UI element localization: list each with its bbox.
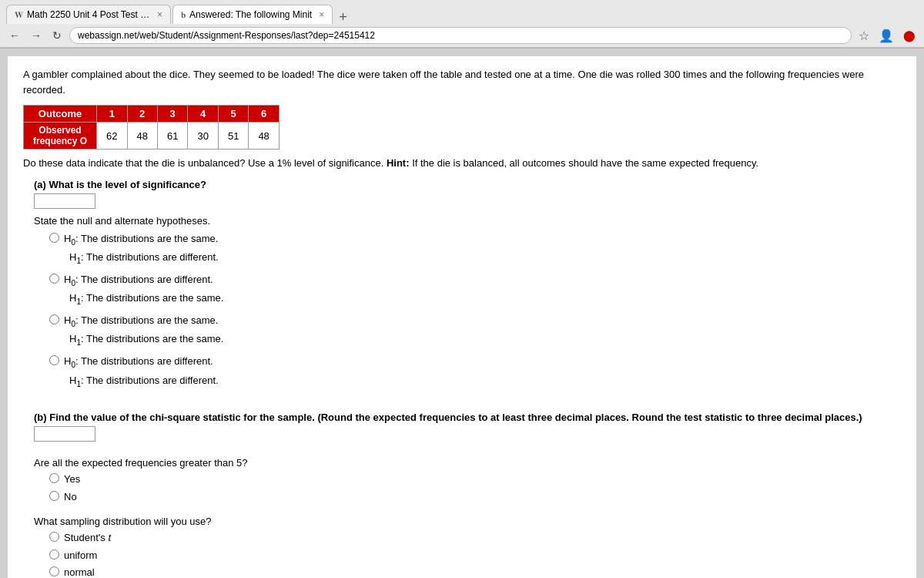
tab-title-1: Math 2250 Unit 4 Post Test Re	[27, 9, 150, 20]
h1-text-2: H1: The distributions are the same.	[69, 291, 901, 308]
table-header-outcome: Outcome	[24, 106, 97, 123]
hypothesis-option-1: H0: The distributions are the same. H1: …	[34, 231, 901, 267]
table-col-6: 6	[249, 106, 279, 123]
radio-expected-no-label: No	[64, 489, 77, 505]
radio-students-t[interactable]	[49, 532, 59, 542]
problem-intro: A gambler complained about the dice. The…	[23, 67, 901, 97]
radio-expected-yes[interactable]	[49, 473, 59, 483]
radio-normal[interactable]	[49, 566, 59, 576]
radio-h0-2[interactable]	[49, 274, 59, 284]
h1-text-3: H1: The distributions are the same.	[69, 331, 901, 349]
table-col-1: 1	[97, 106, 127, 123]
radio-option-4[interactable]: H0: The distributions are different.	[49, 354, 901, 371]
url-input[interactable]	[69, 27, 852, 44]
new-tab-button[interactable]: +	[334, 10, 352, 24]
part-b-block: (b) Find the value of the chi-square sta…	[34, 412, 901, 578]
radio-h0-3[interactable]	[49, 314, 59, 324]
hypothesis-option-2: H0: The distributions are different. H1:…	[34, 272, 901, 308]
radio-h0-1[interactable]	[49, 233, 59, 243]
tab-answered[interactable]: 𝐛 Answered: The following Minit ×	[172, 5, 333, 24]
table-val-3: 61	[157, 123, 187, 150]
bookmark-icon[interactable]: ☆	[856, 29, 872, 43]
radio-label-h0-1: H0: The distributions are the same.	[64, 231, 218, 248]
hypothesis-option-4: H0: The distributions are different. H1:…	[34, 354, 901, 390]
refresh-button[interactable]: ↻	[49, 28, 65, 43]
radio-h0-4[interactable]	[49, 355, 59, 365]
user-icon[interactable]: 👤	[876, 29, 896, 43]
tab-icon-1: 𝐖	[15, 10, 23, 20]
tab-math2250[interactable]: 𝐖 Math 2250 Unit 4 Post Test Re ×	[6, 5, 171, 24]
part-b-label: (b) Find the value of the chi-square sta…	[34, 412, 901, 423]
radio-students-t-label: Student's t	[64, 530, 111, 546]
table-col-4: 4	[188, 106, 218, 123]
tab-close-2[interactable]: ×	[319, 9, 324, 20]
hypothesis-option-3: H0: The distributions are the same. H1: …	[34, 313, 901, 349]
sampling-dist-label: What sampling distribution will you use?	[34, 516, 901, 527]
table-val-4: 30	[188, 123, 218, 150]
table-row-header: Observedfrequency O	[24, 123, 97, 150]
table-val-1: 62	[97, 123, 127, 150]
tab-close-1[interactable]: ×	[157, 9, 162, 20]
part-a-label: (a) What is the level of significance?	[34, 179, 901, 190]
tab-bar: 𝐖 Math 2250 Unit 4 Post Test Re × 𝐛 Answ…	[0, 0, 924, 24]
sampling-normal-option[interactable]: normal	[49, 565, 901, 578]
data-table: Outcome 1 2 3 4 5 6 Observedfrequency O …	[23, 105, 280, 150]
part-a-block: (a) What is the level of significance? S…	[34, 179, 901, 391]
expected-yes-option[interactable]: Yes	[49, 472, 901, 487]
radio-option-1[interactable]: H0: The distributions are the same.	[49, 231, 901, 248]
back-button[interactable]: ←	[6, 28, 23, 43]
forward-button[interactable]: →	[28, 28, 45, 43]
radio-uniform-label: uniform	[64, 548, 97, 563]
h1-text-1: H1: The distributions are different.	[69, 250, 901, 267]
table-val-6: 48	[249, 123, 279, 150]
address-bar: ← → ↻ ☆ 👤 ⬤	[0, 24, 924, 48]
radio-label-h0-4: H0: The distributions are different.	[64, 354, 213, 371]
table-val-5: 51	[218, 123, 248, 150]
table-col-2: 2	[127, 106, 157, 123]
sampling-uniform-option[interactable]: uniform	[49, 548, 901, 563]
tab-title-2: Answered: The following Minit	[189, 9, 312, 20]
radio-normal-label: normal	[64, 565, 95, 578]
page-content: A gambler complained about the dice. The…	[8, 56, 916, 578]
radio-option-2[interactable]: H0: The distributions are different.	[49, 272, 901, 289]
hint-label: Hint:	[387, 157, 410, 169]
expected-no-option[interactable]: No	[49, 489, 901, 505]
browser-chrome: 𝐖 Math 2250 Unit 4 Post Test Re × 𝐛 Answ…	[0, 0, 924, 49]
radio-uniform[interactable]	[49, 549, 59, 560]
radio-expected-no[interactable]	[49, 491, 59, 501]
tab-icon-2: 𝐛	[181, 10, 186, 20]
table-col-5: 5	[218, 106, 248, 123]
radio-label-h0-2: H0: The distributions are different.	[64, 272, 213, 289]
question-text: Do these data indicate that the die is u…	[23, 156, 901, 171]
radio-option-3[interactable]: H0: The distributions are the same.	[49, 313, 901, 330]
h1-text-4: H1: The distributions are different.	[69, 373, 901, 391]
table-col-3: 3	[157, 106, 187, 123]
expected-freq-label: Are all the expected frequencies greater…	[34, 457, 901, 469]
radio-label-h0-3: H0: The distributions are the same.	[64, 313, 218, 330]
table-val-2: 48	[127, 123, 157, 150]
hypotheses-label: State the null and alternate hypotheses.	[34, 215, 901, 227]
significance-level-input[interactable]	[34, 193, 95, 209]
chi-square-input[interactable]	[34, 426, 95, 442]
menu-dot-icon[interactable]: ⬤	[901, 29, 918, 42]
radio-expected-yes-label: Yes	[64, 472, 80, 487]
sampling-students-t-option[interactable]: Student's t	[49, 530, 901, 546]
